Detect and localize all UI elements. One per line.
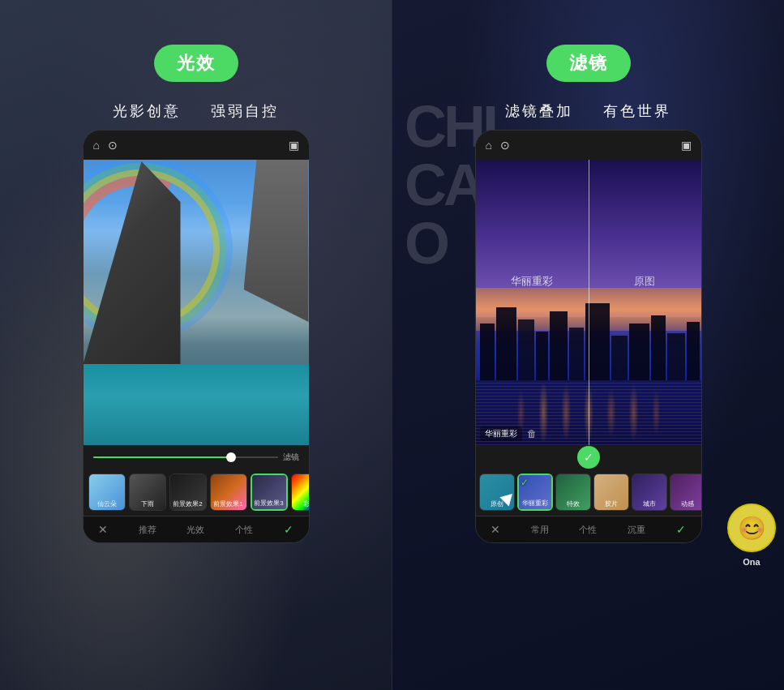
left-phone-topbar: ⌂ ⊙ ▣ xyxy=(84,131,309,160)
right-home-icon[interactable]: ⌂ xyxy=(486,139,492,152)
camera-icon[interactable]: ⊙ xyxy=(108,139,118,152)
filter-trash-icon[interactable]: 🗑 xyxy=(527,428,537,439)
check-row: ✓ xyxy=(476,445,701,469)
effect-hua[interactable]: ✓ 华丽重彩 xyxy=(517,474,553,511)
effect-label-rain: 下雨 xyxy=(130,499,165,508)
left-feature-tag: 光效 xyxy=(154,45,238,82)
effect-label-fg3: 前景效果3 xyxy=(252,499,286,508)
effect-fg1[interactable]: 前景效果1 xyxy=(210,474,247,511)
left-controls: 滤镜 仙云朵 下雨 前景效果2 前景效果1 xyxy=(84,445,309,542)
right-topbar-icons: ⌂ ⊙ xyxy=(486,139,510,152)
right-feature-tag: 滤镜 xyxy=(546,45,631,82)
left-subtitle-right: 强弱自控 xyxy=(211,103,279,119)
effect-label-fg1: 前景效果1 xyxy=(211,499,246,508)
left-panel: 光效 光影创意 强弱自控 ⌂ ⊙ ▣ xyxy=(0,0,392,690)
watermark-text: Ona xyxy=(743,557,760,567)
watermark-face: 😊 xyxy=(727,504,776,552)
right-subtitle-right: 有色世界 xyxy=(603,103,671,119)
filter-tag-name: 华丽重彩 xyxy=(480,426,522,441)
effect-label-film: 胶片 xyxy=(594,499,628,508)
nav-cross-right[interactable]: ✕ xyxy=(491,523,500,536)
right-subtitle-left: 滤镜叠加 xyxy=(505,103,573,119)
confirm-check[interactable]: ✓ xyxy=(577,446,600,469)
left-photo-content xyxy=(84,160,309,445)
effect-label-cloud: 仙云朵 xyxy=(89,499,125,508)
beach-bottom xyxy=(84,364,309,445)
effect-label-city: 城市 xyxy=(632,499,666,508)
nav-common[interactable]: 常用 xyxy=(531,524,549,536)
save-icon[interactable]: ▣ xyxy=(289,139,299,152)
left-slider-track[interactable] xyxy=(93,456,278,458)
right-save-icon[interactable]: ▣ xyxy=(681,139,692,152)
left-subtitle: 光影创意 强弱自控 xyxy=(0,101,392,121)
effect-label-motion: 动感 xyxy=(670,499,701,508)
left-slider-row: 滤镜 xyxy=(84,445,309,469)
nav-personal[interactable]: 个性 xyxy=(235,524,253,536)
nav-recommend[interactable]: 推荐 xyxy=(139,524,156,536)
effect-label-rainbow: 彩虹 xyxy=(292,499,309,508)
nav-cross-left[interactable]: ✕ xyxy=(98,523,108,536)
effect-film[interactable]: 胶片 xyxy=(593,474,629,511)
right-phone-mockup: ⌂ ⊙ ▣ xyxy=(475,130,702,543)
right-photo-content: 华丽重彩 原图 华丽重彩 🗑 xyxy=(476,160,701,445)
nav-heavy[interactable]: 沉重 xyxy=(628,524,645,536)
effect-label-hua: 华丽重彩 xyxy=(519,499,551,508)
nav-personal-r[interactable]: 个性 xyxy=(579,524,597,536)
split-label-left: 华丽重彩 xyxy=(511,274,553,289)
effect-rain[interactable]: 下雨 xyxy=(129,474,166,511)
nav-check-right[interactable]: ✓ xyxy=(676,523,686,536)
slider-fill xyxy=(93,456,232,458)
rainbow-scene xyxy=(84,160,309,445)
left-subtitle-left: 光影创意 xyxy=(113,103,181,119)
effect-fg3[interactable]: 前景效果3 xyxy=(251,474,288,511)
effect-check-mark: ✓ xyxy=(521,477,529,488)
filter-tag-bar: 华丽重彩 🗑 xyxy=(480,426,537,441)
effect-city[interactable]: 城市 xyxy=(632,474,667,511)
effect-cloud[interactable]: 仙云朵 xyxy=(88,474,126,511)
effect-fg2[interactable]: 前景效果2 xyxy=(169,474,207,511)
effect-spec[interactable]: 特效 xyxy=(555,474,591,511)
effect-label-spec: 特效 xyxy=(556,499,590,508)
left-phone-mockup: ⌂ ⊙ ▣ 滤镜 xyxy=(83,130,310,543)
home-icon[interactable]: ⌂ xyxy=(93,139,100,152)
right-navbar: ✕ 常用 个性 沉重 ✓ xyxy=(476,516,701,542)
left-navbar: ✕ 推荐 光效 个性 ✓ xyxy=(84,516,309,542)
split-label-right: 原图 xyxy=(634,274,655,289)
effect-rainbow[interactable]: 彩虹 xyxy=(291,474,309,511)
effect-motion[interactable]: 动感 xyxy=(670,474,701,511)
effect-label-fg2: 前景效果2 xyxy=(170,499,206,508)
right-camera-icon[interactable]: ⊙ xyxy=(500,139,510,152)
cliff-right xyxy=(244,160,309,322)
right-phone-topbar: ⌂ ⊙ ▣ xyxy=(476,131,701,160)
slider-label: 滤镜 xyxy=(283,452,299,463)
watermark-emoji: 😊 xyxy=(738,515,766,542)
watermark: 😊 Ona xyxy=(727,504,776,552)
right-subtitle: 滤镜叠加 有色世界 xyxy=(392,101,784,121)
left-effects-row: 仙云朵 下雨 前景效果2 前景效果1 前景效果3 xyxy=(84,469,309,516)
nav-check-left[interactable]: ✓ xyxy=(284,523,293,536)
city-scene: 华丽重彩 原图 华丽重彩 🗑 xyxy=(476,160,701,445)
left-topbar-icons: ⌂ ⊙ xyxy=(93,139,118,152)
slider-thumb[interactable] xyxy=(226,452,236,462)
nav-light[interactable]: 光效 xyxy=(186,524,204,536)
right-panel: CHICAGO 滤镜 滤镜叠加 有色世界 ⌂ ⊙ ▣ xyxy=(392,0,784,690)
split-line xyxy=(589,160,589,445)
